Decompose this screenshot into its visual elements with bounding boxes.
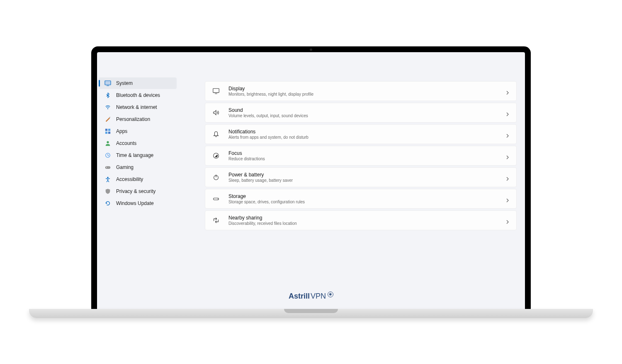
setting-desc: Reduce distractions (228, 157, 497, 161)
sidebar-item-label: Time & language (116, 152, 153, 158)
laptop-bezel: System Bluetooth & devices Network & int… (91, 46, 531, 309)
storage-icon (212, 195, 220, 203)
settings-window: System Bluetooth & devices Network & int… (97, 52, 525, 309)
display-icon (212, 87, 220, 95)
svg-rect-1 (105, 81, 111, 85)
sidebar-item-gaming[interactable]: Gaming (99, 162, 177, 173)
sidebar-item-privacy[interactable]: Privacy & security (99, 186, 177, 197)
setting-card-display[interactable]: Display Monitors, brightness, night ligh… (205, 81, 517, 101)
setting-title: Sound (228, 107, 497, 113)
setting-desc: Storage space, drives, configuration rul… (228, 200, 497, 204)
setting-desc: Sleep, battery usage, battery saver (228, 178, 497, 183)
gaming-icon (104, 164, 111, 171)
chevron-right-icon (505, 218, 510, 222)
setting-desc: Discoverability, received files location (228, 221, 497, 226)
setting-card-power[interactable]: Power & battery Sleep, battery usage, ba… (205, 167, 517, 187)
svg-point-8 (107, 141, 109, 143)
watermark-part1: Astrill (289, 292, 310, 301)
sidebar-item-label: Accessibility (116, 176, 143, 182)
network-icon (104, 104, 111, 111)
sidebar-item-label: Gaming (116, 164, 134, 170)
accounts-icon (104, 140, 111, 147)
svg-rect-5 (108, 128, 110, 130)
sidebar-item-label: System (116, 80, 133, 86)
sidebar-item-label: Personalization (116, 116, 150, 122)
setting-title: Notifications (228, 129, 497, 135)
svg-rect-7 (108, 131, 110, 133)
sidebar-item-label: Privacy & security (116, 188, 156, 194)
bluetooth-icon (104, 92, 111, 99)
system-icon (104, 80, 111, 87)
setting-title: Focus (228, 150, 497, 156)
sidebar-item-network[interactable]: Network & internet (99, 101, 177, 113)
sidebar-item-accessibility[interactable]: Accessibility (99, 174, 177, 185)
sidebar-item-label: Windows Update (116, 200, 154, 206)
time-icon (104, 152, 111, 159)
apps-icon (104, 128, 111, 135)
setting-desc: Monitors, brightness, night light, displ… (228, 92, 497, 96)
setting-title: Display (228, 86, 497, 92)
chevron-right-icon (505, 132, 510, 136)
chevron-right-icon (505, 154, 510, 158)
setting-text: Nearby sharing Discoverability, received… (228, 215, 497, 226)
setting-title: Power & battery (228, 172, 497, 178)
setting-text: Power & battery Sleep, battery usage, ba… (228, 172, 497, 183)
watermark-asterisk-icon: ✱ (328, 292, 333, 297)
power-icon (212, 173, 220, 181)
svg-point-12 (107, 176, 109, 178)
svg-rect-10 (105, 166, 110, 169)
chevron-right-icon (505, 111, 510, 115)
watermark-part2: VPN (311, 292, 326, 301)
sidebar-item-bluetooth[interactable]: Bluetooth & devices (99, 89, 177, 101)
setting-desc: Alerts from apps and system, do not dist… (228, 135, 497, 140)
sound-icon (212, 108, 220, 117)
setting-text: Storage Storage space, drives, configura… (228, 193, 497, 204)
laptop-notch (284, 309, 338, 313)
notifications-icon (212, 130, 220, 138)
setting-card-notifications[interactable]: Notifications Alerts from apps and syste… (205, 124, 517, 144)
sidebar-item-label: Network & internet (116, 104, 157, 110)
laptop-mockup: System Bluetooth & devices Network & int… (91, 46, 531, 318)
sidebar-item-apps[interactable]: Apps (99, 125, 177, 137)
setting-desc: Volume levels, output, input, sound devi… (228, 113, 497, 118)
focus-icon (212, 152, 220, 160)
setting-title: Storage (228, 193, 497, 199)
sidebar-item-accounts[interactable]: Accounts (99, 137, 177, 149)
setting-card-storage[interactable]: Storage Storage space, drives, configura… (205, 189, 517, 209)
svg-rect-13 (213, 88, 219, 92)
svg-point-11 (109, 167, 109, 168)
sidebar-item-update[interactable]: Windows Update (99, 198, 177, 209)
svg-rect-6 (105, 131, 107, 133)
setting-text: Focus Reduce distractions (228, 150, 497, 161)
setting-title: Nearby sharing (228, 215, 497, 221)
svg-point-3 (107, 108, 108, 109)
setting-text: Notifications Alerts from apps and syste… (228, 129, 497, 140)
laptop-base (29, 309, 593, 318)
setting-text: Sound Volume levels, output, input, soun… (228, 107, 497, 118)
svg-point-19 (218, 198, 218, 199)
sidebar-item-label: Apps (116, 128, 127, 134)
settings-main: Display Monitors, brightness, night ligh… (180, 52, 525, 309)
sidebar-item-time[interactable]: Time & language (99, 149, 177, 161)
chevron-right-icon (505, 89, 510, 93)
setting-text: Display Monitors, brightness, night ligh… (228, 86, 497, 96)
accessibility-icon (104, 176, 111, 183)
sidebar-item-label: Bluetooth & devices (116, 92, 160, 98)
watermark-logo: AstrillVPN ✱ (289, 292, 333, 301)
setting-card-nearby[interactable]: Nearby sharing Discoverability, received… (205, 210, 517, 230)
chevron-right-icon (505, 175, 510, 179)
sidebar-item-label: Accounts (116, 140, 136, 146)
camera-dot (310, 48, 312, 51)
chevron-right-icon (505, 197, 510, 201)
nearby-icon (212, 216, 220, 224)
sidebar-item-system[interactable]: System (99, 77, 177, 89)
settings-sidebar: System Bluetooth & devices Network & int… (97, 52, 180, 309)
personalization-icon (104, 116, 111, 123)
privacy-icon (104, 188, 111, 195)
sidebar-item-personalization[interactable]: Personalization (99, 113, 177, 125)
setting-card-focus[interactable]: Focus Reduce distractions (205, 146, 517, 166)
update-icon (104, 200, 111, 207)
setting-card-sound[interactable]: Sound Volume levels, output, input, soun… (205, 103, 517, 123)
svg-rect-4 (105, 128, 107, 130)
